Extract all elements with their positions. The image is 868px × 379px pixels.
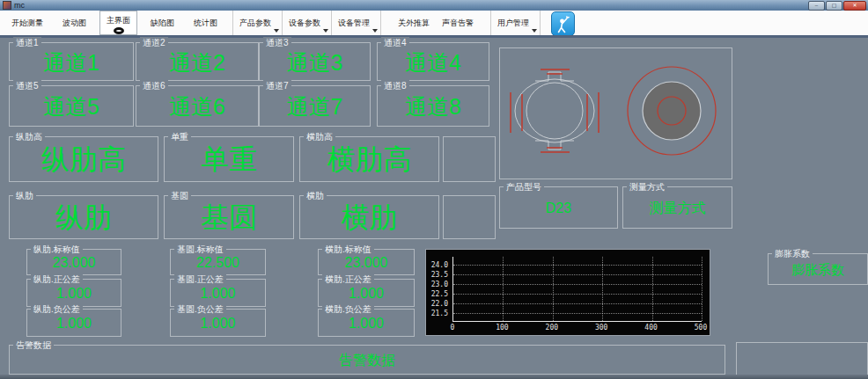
toolbar-button-device-params[interactable]: 设备参数 [283, 11, 332, 35]
channel-1-value: 通道1 [10, 45, 133, 80]
product-model-panel: 产品型号 D23 [499, 186, 618, 229]
unit-weight-value: 单重 [165, 139, 293, 181]
base-circle-plus-tol-value: 1.000 [171, 281, 265, 306]
trans-rib-height-panel: 横肋高 横肋高 [299, 136, 439, 182]
trans-rib-value: 横肋 [300, 198, 438, 238]
expansion-coefficient-value: 膨胀系数 [769, 256, 867, 284]
toolbar-button-wave-chart[interactable]: 波动图 [56, 11, 92, 35]
chevron-down-icon [532, 29, 537, 33]
concentric-circles [628, 67, 716, 155]
long-rib-minus-tol-value: 1.000 [27, 311, 121, 336]
chart-plot [452, 257, 702, 322]
channel-4-panel: 通道4 通道4 [377, 42, 489, 81]
base-circle-minus-tol-field: 基圆.负公差 1.000 [170, 309, 266, 337]
channel-6-panel: 通道6 通道6 [136, 85, 259, 127]
expansion-coefficient-panel: 膨胀系数 膨胀系数 [768, 253, 868, 285]
trend-chart: 24.023.523.022.522.021.5 010020030040050… [425, 249, 710, 336]
product-model-value: D23 [500, 189, 617, 228]
base-circle-panel: 基圆 基圆 [164, 195, 294, 239]
chart-x-axis: 0100200300400500 [452, 324, 702, 333]
toolbar-button-stats-chart[interactable]: 统计图 [188, 11, 224, 35]
channel-1-panel: 通道1 通道1 [9, 42, 134, 81]
toolbar-button-product-params[interactable]: 产品参数 [233, 11, 283, 35]
channel-2-value: 通道2 [136, 45, 258, 80]
unit-weight-panel: 单重 单重 [164, 136, 294, 182]
titlebar: mc – ▢ ✕ [0, 0, 868, 11]
base-circle-value: 基圆 [165, 198, 293, 238]
toolbar-button-start-measure[interactable]: 开始测量 [5, 11, 49, 35]
chevron-down-icon [323, 29, 328, 33]
chart-y-axis: 24.023.523.022.522.021.5 [426, 257, 451, 322]
long-rib-plus-tol-value: 1.000 [27, 281, 121, 306]
long-rib-height-value: 纵肋高 [10, 139, 158, 181]
channel-7-value: 通道7 [260, 88, 370, 126]
trans-rib-nominal-field: 横肋.标称值 23.000 [318, 249, 415, 275]
app-window: mc – ▢ ✕ 开始测量 波动图 主界面 缺陷图 统计图 产品参数 设备参数 [0, 0, 868, 379]
channel-4-value: 通道4 [378, 45, 489, 80]
toolbar-button-device-manage[interactable]: 设备管理 [332, 11, 381, 35]
active-indicator-ring [114, 27, 124, 34]
long-rib-minus-tol-field: 纵肋.负公差 1.000 [26, 309, 121, 337]
base-circle-nominal-field: 基圆.标称值 22.500 [170, 249, 266, 275]
window-title: mc [14, 1, 25, 10]
base-circle-minus-tol-value: 1.000 [171, 311, 265, 336]
rebar-schematic-panel [499, 47, 732, 179]
rebar-schematic-drawing [500, 48, 730, 177]
channel-8-value: 通道8 [378, 88, 489, 126]
toolbar-button-main-screen[interactable]: 主界面 [99, 11, 137, 35]
chevron-down-icon [372, 29, 378, 33]
channel-3-panel: 通道3 通道3 [259, 42, 371, 81]
empty-panel-b [443, 195, 496, 239]
main-client-area: 通道1 通道1 通道2 通道2 通道3 通道3 通道4 通道4 通道5 通道5 … [0, 38, 868, 375]
alarm-data-panel: 告警数据 告警数据 [9, 345, 725, 375]
long-rib-value: 纵肋 [10, 198, 158, 238]
close-button[interactable]: ✕ [843, 1, 866, 11]
trans-rib-minus-tol-field: 横肋.负公差 1.000 [318, 309, 415, 337]
trans-rib-panel: 横肋 横肋 [299, 195, 439, 239]
toolbar-button-device-params-label: 设备参数 [289, 18, 320, 29]
toolbar: 开始测量 波动图 主界面 缺陷图 统计图 产品参数 设备参数 设备管理 关外推算… [0, 11, 868, 36]
long-rib-height-panel: 纵肋高 纵肋高 [9, 136, 158, 182]
rebar-cross-section [511, 69, 599, 152]
alarm-data-value: 告警数据 [10, 347, 725, 374]
trans-rib-plus-tol-value: 1.000 [319, 281, 414, 306]
toolbar-button-device-manage-label: 设备管理 [338, 18, 370, 29]
channel-5-panel: 通道5 通道5 [9, 85, 134, 127]
trans-rib-nominal-value: 23.000 [319, 251, 414, 274]
measure-method-panel: 测量方式 测量方式 [622, 186, 732, 229]
channel-2-panel: 通道2 通道2 [136, 42, 259, 81]
toolbar-button-defect-chart[interactable]: 缺陷图 [144, 11, 180, 35]
channel-5-value: 通道5 [10, 88, 133, 126]
base-circle-nominal-value: 22.500 [171, 251, 265, 274]
toolbar-button-main-screen-label: 主界面 [107, 15, 130, 26]
toolbar-button-user-manage-label: 用户管理 [497, 18, 529, 29]
long-rib-nominal-field: 纵肋.标称值 23.000 [26, 249, 121, 275]
channel-7-panel: 通道7 通道7 [259, 85, 371, 127]
channel-3-value: 通道3 [260, 45, 370, 80]
long-rib-nominal-value: 23.000 [27, 251, 121, 274]
person-flag-icon[interactable] [551, 11, 575, 36]
toolbar-button-user-manage[interactable]: 用户管理 [490, 11, 541, 35]
chevron-down-icon [274, 29, 279, 33]
empty-panel-c [736, 342, 868, 375]
maximize-button[interactable]: ▢ [826, 1, 842, 11]
trans-rib-height-value: 横肋高 [300, 139, 438, 181]
minimize-button[interactable]: – [808, 1, 825, 11]
channel-6-value: 通道6 [136, 88, 258, 126]
window-bottom-edge [0, 375, 868, 379]
trans-rib-minus-tol-value: 1.000 [319, 311, 414, 336]
measure-method-value: 测量方式 [623, 189, 732, 228]
toolbar-button-extrapolation[interactable]: 关外推算 [392, 11, 436, 35]
toolbar-button-product-params-label: 产品参数 [239, 18, 271, 29]
long-rib-panel: 纵肋 纵肋 [9, 195, 158, 239]
empty-panel-a [443, 136, 496, 182]
window-icon [3, 1, 11, 10]
toolbar-button-sound-alarm[interactable]: 声音告警 [436, 11, 480, 35]
toolbar-params-group: 产品参数 设备参数 设备管理 [232, 11, 381, 35]
channel-8-panel: 通道8 通道8 [377, 85, 489, 127]
